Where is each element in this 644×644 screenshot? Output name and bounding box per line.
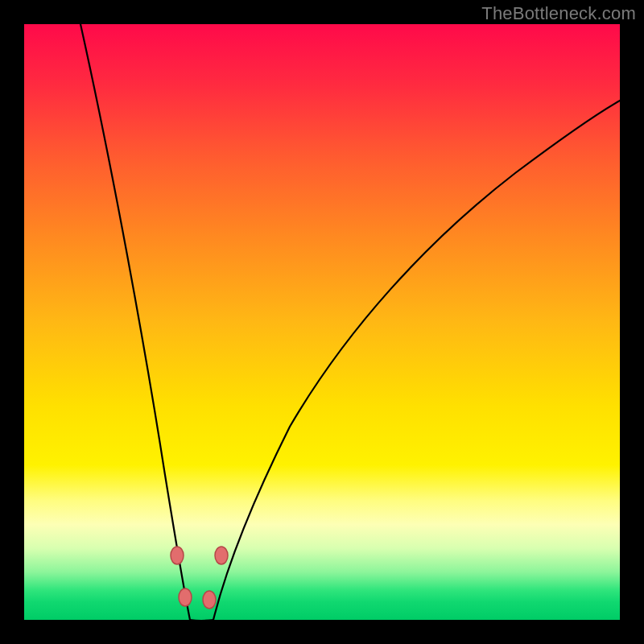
curve-right-branch — [213, 101, 620, 620]
watermark-text: TheBottleneck.com — [481, 3, 636, 24]
curve-layer — [24, 24, 620, 620]
chart-frame: TheBottleneck.com — [0, 0, 644, 644]
marker-dot — [179, 588, 192, 606]
curve-left-branch — [80, 24, 190, 620]
plot-area — [24, 24, 620, 620]
marker-dot — [203, 591, 216, 609]
marker-dot — [171, 547, 184, 564]
marker-dot — [215, 547, 228, 564]
